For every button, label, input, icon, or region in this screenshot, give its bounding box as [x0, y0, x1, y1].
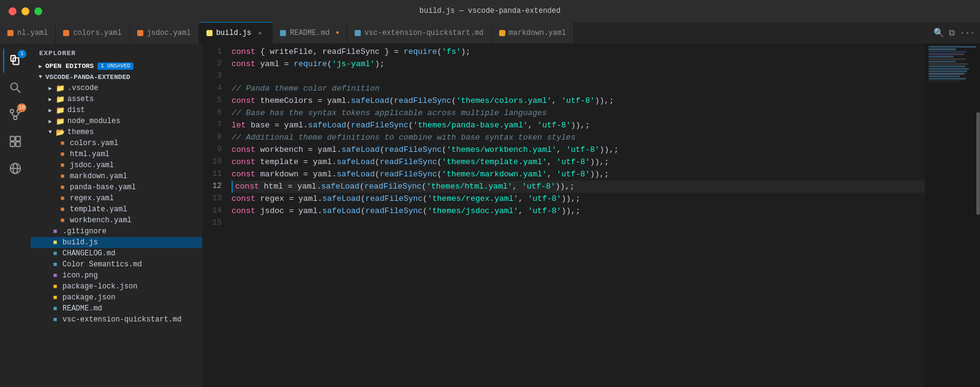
token-punc: )), [571, 121, 585, 130]
line-number: 7 [202, 119, 232, 132]
tree-item-workbench-yaml[interactable]: ■ workbench.yaml [31, 215, 202, 226]
token-fn: safeLoad [351, 96, 389, 105]
token-punc: ( [451, 96, 456, 105]
line-content[interactable]: // Base has the syntax tokens applicable… [232, 107, 925, 119]
tab-nl-yaml[interactable]: nl.yaml [0, 22, 56, 43]
file-label: .gitignore [62, 227, 107, 236]
line-content[interactable] [232, 70, 925, 83]
tree-item-jsdoc-yaml[interactable]: ■ jsdoc.yaml [31, 160, 202, 171]
line-content[interactable]: const themeColors = yaml.safeLoad(readFi… [232, 95, 925, 107]
tab-close-button[interactable]: ✕ [255, 28, 265, 38]
tree-item-package-lock-json[interactable]: ■ package-lock.json [31, 281, 202, 292]
line-content[interactable]: let base = yaml.safeLoad(readFileSync('t… [232, 119, 925, 132]
file-label: Color Semantics.md [62, 260, 142, 269]
line-number: 5 [202, 95, 232, 107]
activity-scm[interactable]: 10 [3, 102, 28, 127]
token-kw: const [232, 206, 255, 216]
tree-item-package-json[interactable]: ■ package.json [31, 292, 202, 303]
tab-colors-yaml[interactable]: colors.yaml [56, 22, 129, 43]
line-number: 8 [202, 132, 232, 144]
yaml-file-icon: ■ [58, 138, 67, 148]
code-line-6: 6// Base has the syntax tokens applicabl… [202, 107, 925, 119]
tab-jsdoc-yaml[interactable]: jsdoc.yaml [130, 22, 199, 43]
tree-item-gitignore[interactable]: ■ .gitignore [31, 226, 202, 237]
token-op: = [303, 157, 308, 167]
tree-item-vscode[interactable]: ▶ 📁 .vscode [31, 83, 202, 94]
search-icon[interactable]: 🔍 [933, 28, 944, 38]
open-editors-section[interactable]: ▶ OPEN EDITORS 1 UNSAVED [31, 61, 202, 72]
line-content[interactable]: const html = yaml.safeLoad(readFileSync(… [232, 181, 925, 193]
line-number: 6 [202, 107, 232, 119]
line-content[interactable]: const markdown = yaml.safeLoad(readFileS… [232, 168, 925, 181]
tab-label: colors.yaml [73, 29, 121, 37]
token-plain: html [259, 182, 288, 191]
project-root[interactable]: ▼ VSCODE-PANDA-EXTENDED [31, 72, 202, 83]
code-editor[interactable]: 1const { writeFile, readFileSync } = req… [202, 43, 925, 387]
tab-vsc-quickstart[interactable]: vsc-extension-quickstart.md [347, 22, 491, 43]
token-punc: ( [380, 145, 385, 154]
tab-label: README.md [290, 29, 330, 37]
tree-item-panda-base-yaml[interactable]: ■ panda-base.yaml [31, 182, 202, 193]
more-actions-icon[interactable]: ··· [960, 28, 975, 38]
line-content[interactable]: const workbench = yaml.safeLoad(readFile… [232, 144, 925, 156]
tree-item-template-yaml[interactable]: ■ template.yaml [31, 204, 202, 215]
token-plain: jsdoc [255, 206, 289, 216]
tree-item-node-modules[interactable]: ▶ 📁 node_modules [31, 116, 202, 127]
code-line-1: 1const { writeFile, readFileSync } = req… [202, 46, 925, 58]
tree-item-vsc-quickstart-md[interactable]: ■ vsc-extension-quickstart.md [31, 314, 202, 325]
tree-item-icon-png[interactable]: ■ icon.png [31, 270, 202, 281]
yaml-file-icon: ■ [58, 182, 67, 192]
folder-label: dist [67, 106, 85, 115]
scrollbar-thumb[interactable] [976, 112, 980, 215]
line-content[interactable]: // Additional theme definitions to combi… [232, 132, 925, 144]
tree-item-markdown-yaml[interactable]: ■ markdown.yaml [31, 171, 202, 182]
tree-item-colors-yaml[interactable]: ■ colors.yaml [31, 138, 202, 149]
file-label: panda-base.yaml [70, 183, 136, 192]
token-fn: safeLoad [337, 157, 375, 167]
token-str: 'themes/panda-base.yaml' [413, 121, 528, 130]
line-content[interactable] [232, 217, 925, 230]
line-content[interactable]: const yaml = require('js-yaml'); [232, 58, 925, 70]
tree-item-dist[interactable]: ▶ 📁 dist [31, 105, 202, 116]
code-line-10: 10const template = yaml.safeLoad(readFil… [202, 156, 925, 168]
token-punc: ( [409, 121, 413, 130]
tab-label: vsc-extension-quickstart.md [364, 29, 483, 37]
tree-item-color-semantics-md[interactable]: ■ Color Semantics.md [31, 259, 202, 270]
line-content[interactable]: // Panda theme color definition [232, 83, 925, 95]
unsaved-badge: 1 UNSAVED [97, 62, 134, 70]
code-line-12: 12const html = yaml.safeLoad(readFileSyn… [202, 181, 925, 193]
line-content[interactable]: const template = yaml.safeLoad(readFileS… [232, 156, 925, 168]
tab-readme-md[interactable]: README.md ● [273, 22, 347, 43]
activity-extensions[interactable] [3, 129, 28, 154]
token-str: 'themes/markdown.yaml' [442, 170, 547, 179]
explorer-badge: 1 [18, 50, 26, 58]
window-controls[interactable] [9, 7, 42, 15]
tree-item-readme-md[interactable]: ■ README.md [31, 303, 202, 314]
line-content[interactable]: const { writeFile, readFileSync } = requ… [232, 46, 925, 58]
tree-item-html-yaml[interactable]: ■ html.yaml [31, 149, 202, 160]
split-editor-icon[interactable]: ⧉ [949, 28, 955, 38]
token-str: 'themes/template.yaml' [442, 157, 547, 167]
line-content[interactable]: const jsdoc = yaml.safeLoad(readFileSync… [232, 205, 925, 217]
scrollbar-track[interactable] [976, 43, 980, 387]
tree-item-changelog-md[interactable]: ■ CHANGELOG.md [31, 248, 202, 259]
activity-search[interactable] [3, 75, 28, 100]
maximize-button[interactable] [34, 7, 42, 15]
close-button[interactable] [9, 7, 17, 15]
tree-item-assets[interactable]: ▶ 📁 assets [31, 94, 202, 105]
svg-point-2 [11, 83, 18, 90]
open-editors-label: OPEN EDITORS [45, 62, 94, 70]
tab-markdown-yaml[interactable]: markdown.yaml [492, 22, 575, 43]
tab-build-js[interactable]: build.js ✕ [199, 22, 273, 43]
activity-remote[interactable] [3, 156, 28, 181]
activity-explorer[interactable]: 1 [3, 48, 28, 73]
tree-item-regex-yaml[interactable]: ■ regex.yaml [31, 193, 202, 204]
tree-item-themes[interactable]: ▼ 📂 themes [31, 127, 202, 138]
minimap-line [929, 66, 965, 67]
svg-rect-10 [16, 142, 20, 146]
token-plain: yaml. [293, 194, 322, 203]
folder-arrow: ▶ [45, 105, 55, 115]
line-content[interactable]: const regex = yaml.safeLoad(readFileSync… [232, 193, 925, 205]
minimize-button[interactable] [21, 7, 29, 15]
tree-item-build-js[interactable]: ■ build.js [31, 237, 202, 248]
